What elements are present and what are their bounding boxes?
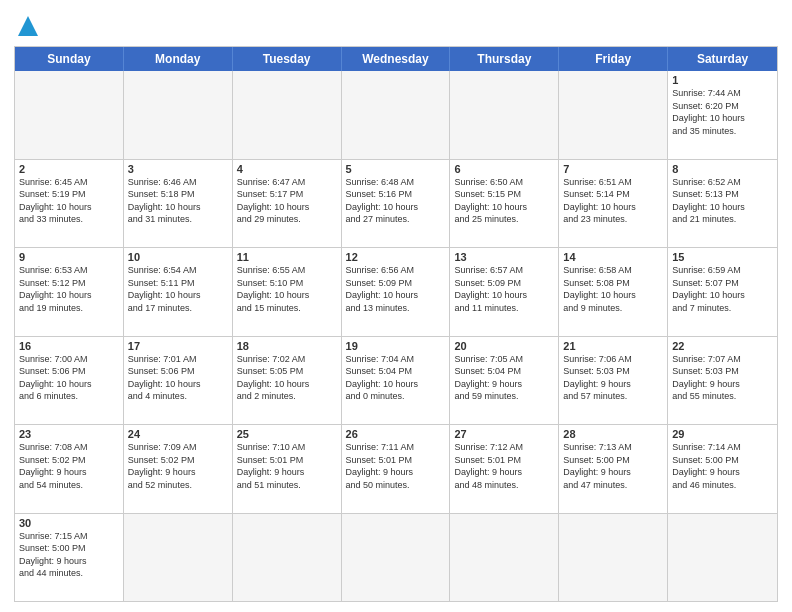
day-number: 15 [672, 251, 773, 263]
cell-info: Sunrise: 6:55 AM Sunset: 5:10 PM Dayligh… [237, 264, 337, 314]
day-number: 28 [563, 428, 663, 440]
day-number: 27 [454, 428, 554, 440]
calendar-row: 16Sunrise: 7:00 AM Sunset: 5:06 PM Dayli… [15, 337, 777, 426]
cell-info: Sunrise: 7:00 AM Sunset: 5:06 PM Dayligh… [19, 353, 119, 403]
calendar-row: 23Sunrise: 7:08 AM Sunset: 5:02 PM Dayli… [15, 425, 777, 514]
cell-info: Sunrise: 6:57 AM Sunset: 5:09 PM Dayligh… [454, 264, 554, 314]
day-number: 12 [346, 251, 446, 263]
day-number: 23 [19, 428, 119, 440]
day-number: 14 [563, 251, 663, 263]
page: SundayMondayTuesdayWednesdayThursdayFrid… [0, 0, 792, 612]
calendar-cell: 2Sunrise: 6:45 AM Sunset: 5:19 PM Daylig… [15, 160, 124, 248]
cell-info: Sunrise: 6:48 AM Sunset: 5:16 PM Dayligh… [346, 176, 446, 226]
day-number: 17 [128, 340, 228, 352]
calendar-cell [342, 514, 451, 602]
calendar-cell: 13Sunrise: 6:57 AM Sunset: 5:09 PM Dayli… [450, 248, 559, 336]
day-header-sunday: Sunday [15, 47, 124, 71]
calendar-cell: 15Sunrise: 6:59 AM Sunset: 5:07 PM Dayli… [668, 248, 777, 336]
calendar: SundayMondayTuesdayWednesdayThursdayFrid… [14, 46, 778, 602]
cell-info: Sunrise: 7:06 AM Sunset: 5:03 PM Dayligh… [563, 353, 663, 403]
cell-info: Sunrise: 7:02 AM Sunset: 5:05 PM Dayligh… [237, 353, 337, 403]
calendar-cell [233, 514, 342, 602]
day-number: 11 [237, 251, 337, 263]
calendar-row: 9Sunrise: 6:53 AM Sunset: 5:12 PM Daylig… [15, 248, 777, 337]
calendar-cell: 14Sunrise: 6:58 AM Sunset: 5:08 PM Dayli… [559, 248, 668, 336]
cell-info: Sunrise: 7:15 AM Sunset: 5:00 PM Dayligh… [19, 530, 119, 580]
calendar-cell: 1Sunrise: 7:44 AM Sunset: 6:20 PM Daylig… [668, 71, 777, 159]
cell-info: Sunrise: 7:12 AM Sunset: 5:01 PM Dayligh… [454, 441, 554, 491]
calendar-cell [559, 71, 668, 159]
calendar-cell: 9Sunrise: 6:53 AM Sunset: 5:12 PM Daylig… [15, 248, 124, 336]
calendar-row: 2Sunrise: 6:45 AM Sunset: 5:19 PM Daylig… [15, 160, 777, 249]
day-number: 9 [19, 251, 119, 263]
calendar-cell: 21Sunrise: 7:06 AM Sunset: 5:03 PM Dayli… [559, 337, 668, 425]
calendar-cell: 8Sunrise: 6:52 AM Sunset: 5:13 PM Daylig… [668, 160, 777, 248]
calendar-row: 1Sunrise: 7:44 AM Sunset: 6:20 PM Daylig… [15, 71, 777, 160]
logo-icon [14, 12, 42, 40]
calendar-cell: 27Sunrise: 7:12 AM Sunset: 5:01 PM Dayli… [450, 425, 559, 513]
calendar-cell: 18Sunrise: 7:02 AM Sunset: 5:05 PM Dayli… [233, 337, 342, 425]
cell-info: Sunrise: 7:01 AM Sunset: 5:06 PM Dayligh… [128, 353, 228, 403]
day-header-monday: Monday [124, 47, 233, 71]
day-number: 7 [563, 163, 663, 175]
header [14, 10, 778, 40]
day-number: 10 [128, 251, 228, 263]
calendar-cell: 19Sunrise: 7:04 AM Sunset: 5:04 PM Dayli… [342, 337, 451, 425]
day-number: 18 [237, 340, 337, 352]
day-number: 25 [237, 428, 337, 440]
calendar-cell: 7Sunrise: 6:51 AM Sunset: 5:14 PM Daylig… [559, 160, 668, 248]
calendar-header: SundayMondayTuesdayWednesdayThursdayFrid… [15, 47, 777, 71]
calendar-cell: 28Sunrise: 7:13 AM Sunset: 5:00 PM Dayli… [559, 425, 668, 513]
cell-info: Sunrise: 6:54 AM Sunset: 5:11 PM Dayligh… [128, 264, 228, 314]
calendar-cell [342, 71, 451, 159]
calendar-body: 1Sunrise: 7:44 AM Sunset: 6:20 PM Daylig… [15, 71, 777, 601]
cell-info: Sunrise: 6:51 AM Sunset: 5:14 PM Dayligh… [563, 176, 663, 226]
day-number: 5 [346, 163, 446, 175]
day-header-saturday: Saturday [668, 47, 777, 71]
cell-info: Sunrise: 7:44 AM Sunset: 6:20 PM Dayligh… [672, 87, 773, 137]
calendar-cell [668, 514, 777, 602]
day-number: 16 [19, 340, 119, 352]
calendar-cell: 5Sunrise: 6:48 AM Sunset: 5:16 PM Daylig… [342, 160, 451, 248]
cell-info: Sunrise: 7:14 AM Sunset: 5:00 PM Dayligh… [672, 441, 773, 491]
calendar-cell: 20Sunrise: 7:05 AM Sunset: 5:04 PM Dayli… [450, 337, 559, 425]
calendar-cell [450, 514, 559, 602]
cell-info: Sunrise: 7:13 AM Sunset: 5:00 PM Dayligh… [563, 441, 663, 491]
cell-info: Sunrise: 6:46 AM Sunset: 5:18 PM Dayligh… [128, 176, 228, 226]
calendar-cell: 6Sunrise: 6:50 AM Sunset: 5:15 PM Daylig… [450, 160, 559, 248]
cell-info: Sunrise: 6:53 AM Sunset: 5:12 PM Dayligh… [19, 264, 119, 314]
cell-info: Sunrise: 6:56 AM Sunset: 5:09 PM Dayligh… [346, 264, 446, 314]
day-number: 22 [672, 340, 773, 352]
cell-info: Sunrise: 6:50 AM Sunset: 5:15 PM Dayligh… [454, 176, 554, 226]
calendar-cell: 16Sunrise: 7:00 AM Sunset: 5:06 PM Dayli… [15, 337, 124, 425]
calendar-cell: 26Sunrise: 7:11 AM Sunset: 5:01 PM Dayli… [342, 425, 451, 513]
day-header-friday: Friday [559, 47, 668, 71]
day-number: 6 [454, 163, 554, 175]
day-number: 8 [672, 163, 773, 175]
calendar-cell: 30Sunrise: 7:15 AM Sunset: 5:00 PM Dayli… [15, 514, 124, 602]
cell-info: Sunrise: 7:10 AM Sunset: 5:01 PM Dayligh… [237, 441, 337, 491]
day-number: 29 [672, 428, 773, 440]
day-header-thursday: Thursday [450, 47, 559, 71]
calendar-cell: 12Sunrise: 6:56 AM Sunset: 5:09 PM Dayli… [342, 248, 451, 336]
calendar-cell: 17Sunrise: 7:01 AM Sunset: 5:06 PM Dayli… [124, 337, 233, 425]
calendar-cell: 22Sunrise: 7:07 AM Sunset: 5:03 PM Dayli… [668, 337, 777, 425]
cell-info: Sunrise: 7:08 AM Sunset: 5:02 PM Dayligh… [19, 441, 119, 491]
logo [14, 10, 45, 40]
day-number: 13 [454, 251, 554, 263]
cell-info: Sunrise: 7:09 AM Sunset: 5:02 PM Dayligh… [128, 441, 228, 491]
day-header-tuesday: Tuesday [233, 47, 342, 71]
cell-info: Sunrise: 7:05 AM Sunset: 5:04 PM Dayligh… [454, 353, 554, 403]
calendar-cell [233, 71, 342, 159]
calendar-cell: 10Sunrise: 6:54 AM Sunset: 5:11 PM Dayli… [124, 248, 233, 336]
cell-info: Sunrise: 6:45 AM Sunset: 5:19 PM Dayligh… [19, 176, 119, 226]
calendar-cell: 4Sunrise: 6:47 AM Sunset: 5:17 PM Daylig… [233, 160, 342, 248]
calendar-cell [450, 71, 559, 159]
day-number: 1 [672, 74, 773, 86]
day-number: 4 [237, 163, 337, 175]
calendar-cell [559, 514, 668, 602]
calendar-cell: 11Sunrise: 6:55 AM Sunset: 5:10 PM Dayli… [233, 248, 342, 336]
day-number: 3 [128, 163, 228, 175]
calendar-cell [124, 514, 233, 602]
cell-info: Sunrise: 7:07 AM Sunset: 5:03 PM Dayligh… [672, 353, 773, 403]
